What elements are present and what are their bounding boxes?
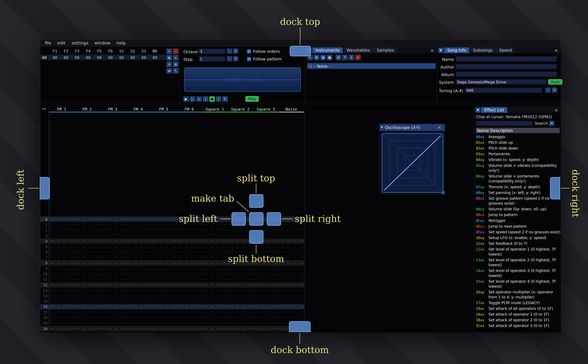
pattern-row[interactable]: 20··· ·· ·· ······ ·· ·· ······ ·· ·· ··… xyxy=(40,326,304,332)
oscilloscope-titlebar[interactable]: ▼ Oscilloscope (X-Y) × xyxy=(379,124,445,131)
save-instrument-button[interactable]: ▣ xyxy=(327,55,332,60)
pattern-row[interactable]: 14··· ·· ·· ······ ·· ·· ······ ·· ·· ··… xyxy=(40,293,304,299)
dock-target-left[interactable] xyxy=(40,177,50,199)
tab-list-dropdown-icon[interactable]: ▼ xyxy=(476,108,480,112)
channel-header-fm-6[interactable]: FM 6 xyxy=(177,106,202,112)
poly-button[interactable]: Poly xyxy=(245,96,258,102)
pattern-row[interactable]: 4··· ·· ·· ······ ·· ·· ······ ·· ·· ···… xyxy=(40,238,304,244)
dock-target-right[interactable] xyxy=(550,177,560,199)
order-edit-mode-button[interactable]: ↖ xyxy=(173,68,178,73)
duplicate-instrument-button[interactable]: ⊞ xyxy=(314,55,319,60)
pattern-row[interactable]: 9··· ·· ·· ······ ·· ·· ······ ·· ·· ···… xyxy=(40,266,304,271)
effect-row[interactable]: 02xxPitch slide down xyxy=(476,146,561,151)
pattern-row[interactable]: 17··· ·· ·· ······ ·· ·· ······ ·· ·· ··… xyxy=(40,309,304,315)
order-cell[interactable]: 00 xyxy=(116,55,127,59)
pattern-row[interactable]: 12··· ·· ·· ······ ·· ·· ······ ·· ·· ··… xyxy=(40,282,304,288)
move-order-up-button[interactable]: ∧ xyxy=(173,55,178,60)
pattern-row[interactable]: 21··· ·· ·· ······ ·· ·· ······ ·· ·· ··… xyxy=(40,332,304,332)
effect-row[interactable]: 14xxSet level of operator 3 (0 highest, … xyxy=(476,268,561,278)
channel-header-fm-5[interactable]: FM 5 xyxy=(151,106,177,112)
play-one-row-button[interactable]: » xyxy=(196,97,202,102)
order-cell[interactable]: 00 xyxy=(127,55,138,59)
pattern-row[interactable]: 16··· ·· ·· ······ ·· ·· ······ ·· ·· ··… xyxy=(40,304,304,309)
effect-row[interactable]: 10xySetup LFO (x: enable; y: speed) xyxy=(476,235,561,240)
octave-decrease-button[interactable]: - xyxy=(227,49,232,53)
pattern-row[interactable]: 11··· ·· ·· ······ ·· ·· ······ ·· ·· ··… xyxy=(40,277,304,282)
effect-row[interactable]: 0FxxSet speed (speed 2 if no grooves exi… xyxy=(476,229,561,234)
channel-header-noise[interactable]: Noise xyxy=(279,106,304,112)
resize-grip[interactable] xyxy=(441,190,444,194)
close-icon[interactable]: × xyxy=(436,125,443,130)
tab-instruments[interactable]: Instruments xyxy=(312,47,343,53)
menu-file[interactable]: file xyxy=(42,40,54,46)
pattern-corner-button[interactable]: ++ xyxy=(42,107,46,111)
pattern-row[interactable]: 15··· ·· ·· ······ ·· ·· ······ ·· ·· ··… xyxy=(40,299,304,304)
pattern-row[interactable]: 18··· ·· ·· ······ ·· ·· ······ ·· ·· ··… xyxy=(40,315,304,320)
step-input[interactable] xyxy=(198,56,225,62)
tuning-input[interactable] xyxy=(465,88,542,93)
effect-row[interactable]: 08xySet panning (x: left; y: right) xyxy=(476,190,561,195)
effect-row[interactable]: 19xxSet attack of all operators (0 to 1F… xyxy=(476,306,561,311)
close-icon[interactable]: × xyxy=(428,48,436,53)
order-row[interactable]: 00 00000000000000000000 xyxy=(40,55,167,60)
effect-row[interactable]: 03xxPortamento xyxy=(476,151,561,156)
split-target-top[interactable] xyxy=(249,194,263,208)
octave-increase-button[interactable]: + xyxy=(233,49,238,53)
record-button[interactable]: ● xyxy=(209,97,215,102)
effect-row[interactable]: 09xxSet groove pattern (speed 1 if no gr… xyxy=(476,196,561,206)
effect-row[interactable]: 0BxxJump to pattern xyxy=(476,212,561,217)
order-change-mode-button[interactable]: ⇄ xyxy=(167,68,172,73)
close-icon[interactable]: × xyxy=(552,108,560,112)
channel-header-fm-1[interactable]: FM 1 xyxy=(49,106,75,112)
channel-header-square-2[interactable]: Square 2 xyxy=(228,106,253,112)
effect-row[interactable]: 11xxSet feedback (0 to 7) xyxy=(476,241,561,246)
open-instrument-button[interactable]: ▤ xyxy=(320,55,326,60)
order-cell[interactable]: 00 xyxy=(83,55,94,59)
toggle-folders-button[interactable]: ⊟ xyxy=(336,55,341,60)
pattern-row[interactable]: 2··· ·· ·· ······ ·· ·· ······ ·· ·· ···… xyxy=(40,227,304,233)
order-cell[interactable]: 00 xyxy=(105,55,116,59)
pattern-row[interactable]: 5··· ·· ·· ······ ·· ·· ······ ·· ·· ···… xyxy=(40,244,304,249)
tab-samples[interactable]: Samples xyxy=(374,47,397,53)
menu-edit[interactable]: edit xyxy=(54,40,69,46)
album-input[interactable] xyxy=(456,72,557,77)
effect-row[interactable]: 1CxxSet attack of operator 3 (0 to 1F) xyxy=(476,323,561,328)
channel-header-fm-3[interactable]: FM 3 xyxy=(100,106,126,112)
effect-row[interactable]: 04xyVibrato (x: speed; y: depth) xyxy=(476,157,561,162)
make-tab-target[interactable] xyxy=(249,212,263,226)
pattern-row[interactable]: 19··· ·· ·· ······ ·· ·· ······ ·· ·· ··… xyxy=(40,320,304,326)
effect-row[interactable]: 12xxSet level of operator 1 (0 highest, … xyxy=(476,247,561,257)
step-decrease-button[interactable]: - xyxy=(227,56,232,61)
order-cell[interactable]: 00 xyxy=(94,55,105,59)
tab-subsongs[interactable]: Subsongs xyxy=(470,47,496,53)
tab-list-dropdown-icon[interactable]: ▼ xyxy=(438,48,443,53)
follow-orders-checkbox[interactable]: ✓ Follow orders xyxy=(247,49,280,54)
add-order-button[interactable]: + xyxy=(167,49,172,54)
play-pattern-button[interactable]: ▷ xyxy=(190,97,195,102)
order-cell[interactable]: 00 xyxy=(49,55,60,59)
tab-wavetables[interactable]: Wavetables xyxy=(344,47,373,53)
metronome-button[interactable]: ♪ xyxy=(216,97,221,102)
menu-help[interactable]: help xyxy=(113,40,129,46)
channel-header-square-1[interactable]: Square 1 xyxy=(202,106,228,112)
remove-order-button[interactable]: − xyxy=(173,49,178,54)
channel-header-square-3[interactable]: Square 3 xyxy=(253,106,279,112)
close-icon[interactable]: × xyxy=(552,48,560,53)
effect-row[interactable]: 00xyArpeggio xyxy=(476,134,561,139)
split-target-left[interactable] xyxy=(231,212,246,226)
move-order-down-button[interactable]: ∨ xyxy=(167,62,172,67)
effect-row[interactable]: 1BxxSet attack of operator 2 (0 to 1F) xyxy=(476,318,561,322)
order-cell[interactable]: 00 xyxy=(72,55,83,59)
effect-row[interactable]: 05xyVolume slide + vibrato (compatibilit… xyxy=(476,163,561,173)
effect-row[interactable]: 07xyTremolo (x: speed; y: depth) xyxy=(476,184,561,189)
order-cell[interactable]: 00 xyxy=(149,55,160,59)
effect-row[interactable]: 13xxSet level of operator 2 (0 highest, … xyxy=(476,257,561,267)
move-instrument-up-button[interactable]: ↑ xyxy=(342,55,348,60)
collapse-icon[interactable]: ▼ xyxy=(381,126,383,129)
effect-row[interactable]: 17xxToggle PCM mode (LEGACY) xyxy=(476,300,561,305)
menu-window[interactable]: window xyxy=(91,40,113,46)
hamburger-icon[interactable]: ≡ xyxy=(549,121,554,126)
effect-row[interactable]: 0CxxRetrigger xyxy=(476,218,561,223)
effect-row[interactable]: 1AxxSet attack of operator 1 (0 to 1F) xyxy=(476,312,561,317)
author-input[interactable] xyxy=(456,64,557,69)
